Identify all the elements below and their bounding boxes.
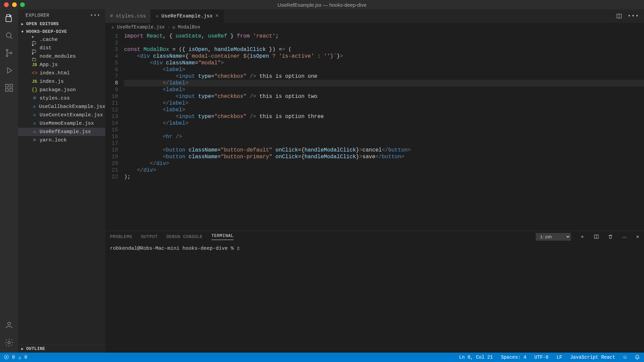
file-tree-item[interactable]: #styles.css xyxy=(18,94,105,103)
settings-gear-icon[interactable] xyxy=(4,338,14,347)
feedback-smiley-icon: ☺ xyxy=(623,354,627,360)
close-panel-icon[interactable]: ✕ xyxy=(636,233,639,240)
file-name: dist xyxy=(40,45,52,51)
file-name: package.json xyxy=(40,87,76,93)
editor-area: #styles.css⚛UseRefExample.jsx× ••• ⚛ Use… xyxy=(105,9,644,353)
file-tree-item[interactable]: ▸ 🗀node_modules xyxy=(18,52,105,61)
svg-rect-7 xyxy=(10,84,12,87)
status-bar: ⓧ0 ⚠0 Ln 8, Col 21 Spaces: 4 UTF-8 LF Ja… xyxy=(0,353,644,362)
panel-tab[interactable]: TERMINAL xyxy=(211,233,233,240)
css-file-icon: # xyxy=(110,13,113,19)
open-editors-section[interactable]: ▶ OPEN EDITORS xyxy=(18,20,105,28)
outline-label: OUTLINE xyxy=(26,346,45,351)
code-editor[interactable]: 12345678910111213141516171819202122 impo… xyxy=(105,32,644,231)
editor-tab[interactable]: ⚛UseRefExample.jsx× xyxy=(151,9,224,23)
terminal-line: robkendal@Robs-Mac-mini hooks-deep-dive … xyxy=(110,246,240,251)
svg-rect-6 xyxy=(10,88,12,91)
bottom-panel: PROBLEMSOUTPUTDEBUG CONSOLETERMINAL 1: z… xyxy=(105,231,644,353)
breadcrumb-file[interactable]: UseRefExample.jsx xyxy=(117,24,165,30)
file-tree-item[interactable]: JSindex.js xyxy=(18,77,105,86)
file-tree-item[interactable]: ⚛UseRefExample.jsx xyxy=(18,128,105,136)
search-icon[interactable] xyxy=(4,31,14,40)
terminal-select[interactable]: 1: zsh xyxy=(536,233,571,241)
maximize-window-button[interactable] xyxy=(20,2,25,7)
terminal-body[interactable]: robkendal@Robs-Mac-mini hooks-deep-dive … xyxy=(105,242,644,353)
editor-more-icon[interactable]: ••• xyxy=(628,13,639,19)
close-window-button[interactable] xyxy=(4,2,9,7)
editor-tab[interactable]: #styles.css xyxy=(105,9,151,23)
symbol-icon: ◇ xyxy=(172,24,175,30)
file-tree-item[interactable]: ⚛UseCallbackExample.jsx xyxy=(18,103,105,111)
bell-icon xyxy=(635,355,640,360)
sidebar-title: EXPLORER xyxy=(25,13,49,18)
svg-point-9 xyxy=(8,342,10,344)
breadcrumb[interactable]: ⚛ UseRefExample.jsx › ◇ ModalBox xyxy=(105,23,644,32)
account-icon[interactable] xyxy=(4,320,14,330)
outline-section[interactable]: ▶ OUTLINE xyxy=(18,345,105,353)
file-name: styles.css xyxy=(40,96,70,101)
tab-label: styles.css xyxy=(116,13,146,19)
svg-point-0 xyxy=(6,33,11,38)
file-name: .cache xyxy=(40,37,58,43)
warning-count: 0 xyxy=(24,355,27,360)
svg-rect-5 xyxy=(6,88,8,91)
activity-bar xyxy=(0,9,18,353)
status-position[interactable]: Ln 8, Col 21 xyxy=(455,353,497,362)
chevron-right-icon: ▶ xyxy=(20,22,25,26)
file-tree-item[interactable]: <>index.html xyxy=(18,69,105,77)
svg-point-3 xyxy=(10,52,12,54)
file-name: UseMemoExample.jsx xyxy=(40,121,94,126)
breadcrumb-symbol[interactable]: ModalBox xyxy=(178,24,200,30)
window-controls xyxy=(0,2,25,7)
panel-tab[interactable]: PROBLEMS xyxy=(110,234,132,239)
react-file-icon: ⚛ xyxy=(156,13,159,19)
status-spaces[interactable]: Spaces: 4 xyxy=(497,353,531,362)
chevron-down-icon: ▼ xyxy=(20,30,25,34)
file-name: UseRefExample.jsx xyxy=(40,129,91,135)
kill-terminal-icon[interactable] xyxy=(608,234,613,239)
file-name: UseContextExample.jsx xyxy=(40,112,103,118)
file-tree-item[interactable]: ≡yarn.lock xyxy=(18,136,105,144)
status-language[interactable]: JavaScript React xyxy=(566,353,619,362)
file-name: index.js xyxy=(40,79,64,84)
file-name: UseCallbackExample.jsx xyxy=(39,104,105,110)
status-encoding[interactable]: UTF-8 xyxy=(530,353,552,362)
file-name: node_modules xyxy=(40,54,76,59)
error-icon: ⓧ xyxy=(4,354,9,360)
close-tab-icon[interactable]: × xyxy=(215,13,219,19)
svg-rect-4 xyxy=(6,84,8,87)
chevron-right-icon: ▶ xyxy=(20,347,25,351)
react-file-icon: ⚛ xyxy=(111,24,114,30)
status-errors[interactable]: ⓧ0 ⚠0 xyxy=(0,353,31,362)
file-tree-item[interactable]: JSApp.js xyxy=(18,61,105,69)
status-eol[interactable]: LF xyxy=(552,353,566,362)
titlebar: UseRefExample.jsx — hooks-deep-dive xyxy=(0,0,644,9)
open-editors-label: OPEN EDITORS xyxy=(26,21,59,26)
debug-icon[interactable] xyxy=(4,66,14,75)
file-tree-item[interactable]: {}package.json xyxy=(18,86,105,94)
sidebar-more-icon[interactable]: ••• xyxy=(90,13,101,18)
file-tree-item[interactable]: ⚛UseContextExample.jsx xyxy=(18,111,105,119)
source-control-icon[interactable] xyxy=(4,48,14,58)
svg-point-8 xyxy=(8,322,10,325)
status-feedback[interactable]: ☺ xyxy=(619,353,631,362)
panel-tab[interactable]: OUTPUT xyxy=(141,234,158,239)
file-name: App.js xyxy=(40,62,58,68)
explorer-icon[interactable] xyxy=(4,13,14,23)
file-tree-item[interactable]: ⚛UseMemoExample.jsx xyxy=(18,119,105,128)
extensions-icon[interactable] xyxy=(4,83,14,93)
split-editor-icon[interactable] xyxy=(616,13,622,19)
minimize-window-button[interactable] xyxy=(12,2,17,7)
status-notifications[interactable] xyxy=(631,353,644,362)
new-terminal-icon[interactable]: ＋ xyxy=(580,233,585,240)
file-tree-item[interactable]: ▸ 🗀.cache xyxy=(18,36,105,44)
split-terminal-icon[interactable] xyxy=(594,234,599,239)
file-tree-item[interactable]: ▸ 🗀dist xyxy=(18,44,105,52)
code-content[interactable]: import React, { useState, useRef } from … xyxy=(124,32,644,231)
project-section[interactable]: ▼ HOOKS-DEEP-DIVE xyxy=(18,28,105,36)
chevron-right-icon: › xyxy=(167,25,170,29)
file-tree: ▸ 🗀.cache▸ 🗀dist▸ 🗀node_modulesJSApp.js<… xyxy=(18,36,105,144)
panel-tab[interactable]: DEBUG CONSOLE xyxy=(166,234,203,239)
line-gutter: 12345678910111213141516171819202122 xyxy=(105,32,124,231)
maximize-panel-icon[interactable]: ︿ xyxy=(622,233,627,240)
